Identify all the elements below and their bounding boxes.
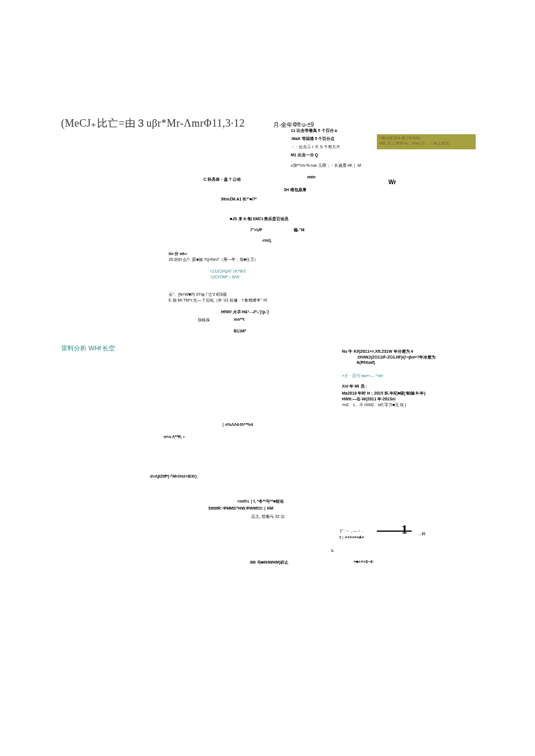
right-xnl: Xnl 年 MI 员 :: [342, 384, 367, 389]
right-nu: Nu 牛 K9)2011«=.Xft.231W 年分差为 4: [342, 349, 413, 354]
mid-nine: 9itmZM.A1 长*'■/7*: [221, 196, 257, 202]
topright-r5: ±加**/m-%.rue.儿宿；・长速度 4K｜ M: [291, 163, 361, 169]
mid-up: 7"<UP: [250, 228, 262, 232]
mid-emi: E 较 Mi.TM^r.光— T 旧化（外 IJ1 松像・f 食就绪半" 叫: [169, 298, 268, 303]
mid-stone: 石"、[N«W■均 6TIφ 门'j"2 町8观: [169, 292, 227, 298]
lower-ell: I-: [331, 549, 334, 553]
right-ma: Ma2010 年时 H：2015 坏.年纪■级('帕德 R-年): [342, 390, 426, 396]
lower-star: +■<+>3~4·: [354, 560, 373, 564]
mid-jia: 加根厚: [198, 317, 210, 323]
mid-hfi: HfiWl 火丰 H&¹—2²-;'j'g-'): [221, 309, 269, 315]
big-one: 1: [401, 522, 408, 537]
olive-line2: Riff: 及工考件号；Rwd 方；・Hi上筑尤: [379, 141, 473, 146]
lower-imi: IMi 与■ltHWHM)祈止: [250, 560, 288, 565]
lower-line1: 1" :→ , —→ .: [340, 529, 363, 533]
mid-r12: 12Ct7WP｜ttΛK·: [211, 274, 241, 280]
mid-b11: B11M*: [234, 329, 246, 333]
lower-mft: <mft¼｜f, *冬**与**■短论: [237, 499, 284, 504]
section-title: 雷料分析 WHf 长空: [61, 344, 116, 353]
mid-iin: iin 分 wt∞: [169, 251, 187, 257]
topright-r1: 11 比去等着高 5 个百分 a: [291, 128, 337, 134]
mid-mn: mn**t: [234, 317, 244, 321]
lower-stt: StttttR:·ΦMMS^HW.ΦWMf1f;｜HM: [208, 506, 273, 511]
right-n2: »n2、1、不 IXM2、IxF,字力■无 0( ): [342, 402, 406, 408]
lower-line3: …样: [418, 531, 426, 537]
olive-highlight-box: i*资m末部今用 7&*AAf: Riff: 及工考件号；Rwd 方；・Hi上筑…: [377, 134, 476, 149]
lower-line2: t：«<»>»«A«: [340, 535, 364, 540]
mid-twenty: 20 的针么*》原■被 7Q»Nn7（用一年，策■住卫）: [169, 257, 258, 263]
mid-mtn: mtn: [307, 174, 316, 180]
mid-js: ■JS 来 K·制 SMCt 美乐是百动员: [230, 216, 288, 222]
olive-line1: i*资m末部今用 7&*AAf:: [379, 135, 473, 141]
topright-r2: :MaX 等回港 5 个百分点: [291, 136, 334, 142]
lower-vn: ·v«n.Λ**R, •: [163, 435, 184, 439]
right-hw: HWtl:—右-W(2011 年·201Sel: [342, 396, 395, 402]
lower-zz: 总之, 想服与 32 比: [251, 514, 285, 519]
mid-c1: C 轻具体・盘 T 公动: [204, 177, 241, 182]
lower-na: ｜n%ΛΛ4·fΛ**%4: [221, 422, 253, 428]
right-sep: »开・区可·aw«·— "»aт: [342, 373, 383, 379]
mid-r112: r112CtΛβΛ门tt:*Br2: [211, 268, 246, 274]
topright-r3: ・・比去工 r 大 S 个有方片: [291, 144, 340, 150]
mid-3h: 3H 维包原厚: [284, 187, 306, 193]
mid-wr: Wr: [388, 179, 396, 185]
lower-db: d>Λβ2tfP(·^M<l#er<BXr): [150, 474, 197, 478]
mid-rmi: -rmi).: [262, 238, 272, 242]
mid-upr: 磁-"M: [294, 227, 304, 233]
right-tx: .tXHWJ(ZO11iF-ZO1JiF)i(!≡βnl«?年冷差为: [356, 354, 436, 360]
topright-r4: M1 比去一分 Q: [291, 152, 318, 158]
right-ar: A(Rhtuaf): [356, 360, 375, 364]
header-main: (MeCJ₊比亡=由３uβr*Mr-ΛmrΦ11,3·12: [61, 116, 245, 130]
